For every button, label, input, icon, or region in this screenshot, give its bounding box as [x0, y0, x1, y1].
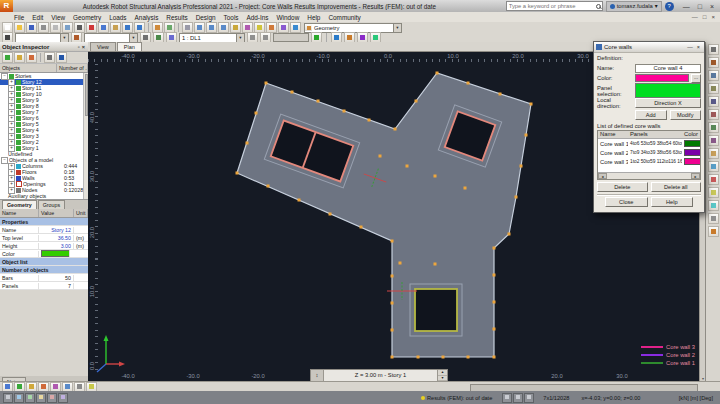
menu-help[interactable]: Help	[303, 14, 324, 21]
layout-selector[interactable]: Geometry ▾	[304, 23, 402, 33]
property-row-top-level[interactable]: Top level 36.50 (m)	[0, 234, 88, 242]
supports-tool-icon[interactable]	[708, 161, 719, 172]
open-project-icon[interactable]	[14, 22, 25, 33]
results-status[interactable]: Results (FEM): out of date	[421, 395, 492, 401]
releases-tool-icon[interactable]	[708, 174, 719, 185]
menu-view[interactable]: View	[47, 14, 69, 21]
table-horizontal-scrollbar[interactable]: ◂ ▸	[598, 172, 700, 179]
status-snap-icon[interactable]	[3, 393, 13, 403]
status-layers-icon[interactable]	[58, 393, 68, 403]
help-button[interactable]: Help	[651, 197, 694, 207]
property-row-bars[interactable]: Bars 50	[0, 274, 88, 282]
node-selection-combo[interactable]: ▾	[15, 33, 69, 43]
menu-addins[interactable]: Add-Ins	[243, 14, 273, 21]
story-color-swatch[interactable]	[41, 250, 70, 257]
status-mode1-icon[interactable]	[502, 393, 512, 403]
minimize-button[interactable]: —	[683, 3, 690, 10]
property-row-color[interactable]: Color	[0, 250, 88, 258]
column-objects[interactable]: Objects	[0, 64, 57, 72]
color-swatch[interactable]	[635, 74, 689, 82]
user-menu[interactable]: tomasz.fudala ▾	[606, 1, 662, 12]
inspector-filter-icon[interactable]	[2, 52, 13, 63]
units-readout[interactable]: [kN] [m] [Deg]	[679, 395, 713, 401]
table-row[interactable]: Core wall 1 4to6 53to59 38to54 60to62 1	[598, 139, 700, 148]
zoom-in-icon[interactable]	[194, 22, 205, 33]
search-icon[interactable]	[595, 3, 602, 10]
inspector-search-icon[interactable]	[44, 52, 55, 63]
modify-button[interactable]: Modify	[670, 110, 702, 120]
inspector-sort-icon[interactable]	[14, 52, 25, 63]
direction-button[interactable]: Direction X	[635, 98, 701, 108]
walls-tool-icon[interactable]	[708, 96, 719, 107]
print-preview-icon[interactable]	[50, 22, 61, 33]
delete-button[interactable]: Delete	[597, 182, 648, 192]
tab-geometry[interactable]: Geometry	[2, 200, 37, 209]
dialog-minimize-icon[interactable]: —	[685, 44, 695, 50]
tab-plan[interactable]: Plan	[117, 42, 142, 51]
table-row[interactable]: Core wall 3 1to2 50to59 112to116 168to	[598, 157, 700, 166]
panel-selection-combo[interactable]: ▾	[84, 33, 138, 43]
app-logo-icon[interactable]: R	[0, 0, 13, 12]
zoom-window-icon[interactable]	[218, 22, 229, 33]
color-picker-button[interactable]: ...	[691, 74, 701, 83]
menu-geometry[interactable]: Geometry	[69, 14, 105, 21]
tree-item-auxiliary[interactable]: Auxiliary objects	[0, 193, 88, 199]
property-row-panels[interactable]: Panels 7	[0, 282, 88, 290]
undo-icon[interactable]	[122, 22, 133, 33]
menu-analysis[interactable]: Analysis	[131, 14, 163, 21]
chevron-down-icon[interactable]: ▾	[236, 34, 244, 42]
measure-tool-icon[interactable]	[708, 213, 719, 224]
status-select-icon[interactable]	[25, 393, 35, 403]
status-view-icon[interactable]	[47, 393, 57, 403]
status-mode2-icon[interactable]	[513, 393, 523, 403]
floor-slab[interactable]	[237, 73, 531, 357]
print-icon[interactable]	[38, 22, 49, 33]
menu-window[interactable]: Window	[273, 14, 304, 21]
loads-tool-icon[interactable]	[708, 187, 719, 198]
header-unit[interactable]: Unit	[74, 209, 88, 217]
status-mode3-icon[interactable]	[524, 393, 534, 403]
mdi-minimize-button[interactable]: —	[692, 14, 698, 20]
layout-view-icon[interactable]	[290, 22, 301, 33]
tools-icon[interactable]	[278, 22, 289, 33]
chevron-down-icon[interactable]: ▾	[60, 34, 68, 42]
core-wall-name-field[interactable]: Core wall 4	[635, 64, 701, 73]
property-row-name[interactable]: Name Story 12	[0, 226, 88, 234]
menu-edit[interactable]: Edit	[28, 14, 47, 21]
add-button[interactable]: Add	[635, 110, 667, 120]
expander-icon[interactable]: −	[1, 73, 8, 80]
menu-loads[interactable]: Loads	[105, 14, 130, 21]
openings-tool-icon[interactable]	[708, 109, 719, 120]
level-updown-icon[interactable]: ↕	[311, 370, 324, 381]
table-row[interactable]: Core wall 2 7to9 34to39 38to56 63to65 J	[598, 148, 700, 157]
panel-selection-field[interactable]	[635, 83, 701, 98]
copy-icon[interactable]	[98, 22, 109, 33]
dialog-title-bar[interactable]: Core walls — ×	[594, 42, 704, 53]
menu-design[interactable]: Design	[192, 14, 220, 21]
expander-icon[interactable]: −	[1, 157, 8, 164]
menu-results[interactable]: Results	[162, 14, 191, 21]
delete-all-button[interactable]: Delete all	[651, 182, 702, 192]
mdi-close-button[interactable]: ×	[711, 14, 715, 20]
save-icon[interactable]	[26, 22, 37, 33]
column-number[interactable]: Number of ...	[57, 64, 88, 72]
close-button[interactable]: ×	[710, 3, 714, 10]
group-object-list[interactable]: Object list	[0, 258, 88, 266]
pan-icon[interactable]	[230, 22, 241, 33]
core-opening-bottom[interactable]	[410, 284, 462, 336]
load-case-selector[interactable]: 1 : DL1 ▾	[179, 33, 245, 43]
claddings-tool-icon[interactable]	[708, 83, 719, 94]
search-box[interactable]	[506, 1, 603, 11]
inspector-group-icon[interactable]	[26, 52, 37, 63]
dialog-close-icon[interactable]: ×	[695, 44, 702, 50]
menu-file[interactable]: File	[10, 14, 28, 21]
annotations-tool-icon[interactable]	[708, 226, 719, 237]
panels-tool-icon[interactable]	[708, 70, 719, 81]
help-icon[interactable]: ?	[665, 2, 674, 11]
materials-tool-icon[interactable]	[708, 148, 719, 159]
delete-icon[interactable]	[86, 22, 97, 33]
group-properties[interactable]: Properties	[0, 218, 88, 226]
maximize-button[interactable]: □	[698, 3, 702, 10]
tab-groups[interactable]: Groups	[38, 200, 65, 209]
zoom-out-icon[interactable]	[206, 22, 217, 33]
